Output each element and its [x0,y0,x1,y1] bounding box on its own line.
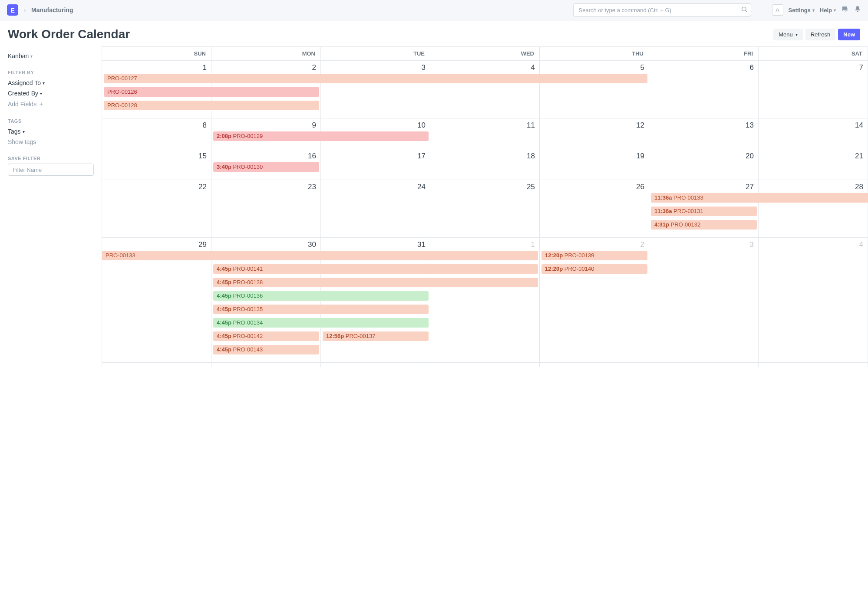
event-time: 4:45p [217,292,233,299]
event-label: PRO-00126 [107,89,137,95]
menu-button[interactable]: Menu [773,29,803,40]
page-header: Work Order Calendar Menu Refresh New [0,20,868,46]
new-button[interactable]: New [838,29,860,40]
day-cell[interactable]: 6 [649,61,759,118]
filter-assigned-to[interactable]: Assigned To▾ [8,78,94,88]
calendar-event[interactable]: PRO-00126 [104,87,319,97]
event-label: PRO-00139 [564,252,594,259]
day-cell[interactable]: 26 [540,180,649,238]
event-label: PRO-00135 [233,306,263,312]
day-cell[interactable]: 15 [102,149,211,180]
bell-icon[interactable] [854,6,861,14]
calendar-event[interactable]: 12:20p PRO-00140 [541,264,647,274]
day-cell[interactable]: 21 [759,149,868,180]
calendar-event[interactable]: 4:45p PRO-00141 [213,264,538,274]
calendar-event[interactable]: 12:20p PRO-00139 [541,251,647,260]
refresh-button[interactable]: Refresh [805,29,836,40]
breadcrumb[interactable]: Manufacturing [31,7,73,13]
save-filter-header: SAVE FILTER [8,156,94,161]
event-time: 12:20p [545,252,564,259]
calendar-event[interactable]: PRO-00127 [104,74,647,83]
day-number: 10 [321,118,430,130]
calendar-event[interactable]: PRO-00133 [102,251,538,260]
day-cell[interactable]: 14 [759,118,868,149]
day-number: 20 [649,149,758,161]
day-cell[interactable]: 20 [649,149,759,180]
day-cell[interactable]: 18 [430,149,540,180]
calendar-event[interactable]: 11:36a PRO-00131 [651,207,757,216]
show-tags[interactable]: Show tags [8,137,94,147]
chevron-down-icon: ▾ [30,54,33,59]
day-cell[interactable]: 3 [649,238,759,363]
calendar-event[interactable]: 12:56p PRO-00137 [323,331,429,341]
day-cell[interactable]: 19 [540,149,649,180]
calendar-event[interactable]: 4:45p PRO-00143 [213,345,319,354]
day-number: 24 [321,180,430,191]
settings-label: Settings [789,7,811,13]
event-label: PRO-00138 [233,279,263,285]
day-cell[interactable]: 28 [759,180,868,238]
day-number: 6 [649,61,758,72]
day-number: 22 [102,180,211,191]
calendar-event[interactable]: 4:45p PRO-00142 [213,331,319,341]
calendar-event[interactable]: PRO-00128 [104,101,319,110]
day-number: 31 [321,238,430,249]
day-header: TUE [321,47,430,61]
app-logo[interactable]: E [7,4,18,16]
settings-menu[interactable]: Settings ▾ [789,7,815,13]
event-label: PRO-00141 [233,266,263,272]
add-fields[interactable]: Add Fields ＋ [8,98,94,110]
calendar-event[interactable]: 4:31p PRO-00132 [651,220,757,230]
day-cell[interactable]: 4 [430,61,540,118]
day-cell[interactable]: 3 [321,61,430,118]
event-time: 11:36a [654,208,673,214]
chevron-down-icon: ▾ [812,8,815,13]
event-label: PRO-00128 [107,102,137,108]
day-cell[interactable]: 11 [430,118,540,149]
page-title: Work Order Calendar [8,27,130,41]
tags-filter[interactable]: Tags▾ [8,126,94,137]
plus-icon: ＋ [38,100,44,108]
event-label: PRO-00129 [233,133,263,139]
day-number: 2 [211,61,320,72]
day-number: 2 [540,238,649,249]
filter-name-input[interactable] [8,164,94,176]
search-input[interactable] [573,3,751,16]
day-cell[interactable]: 7 [759,61,868,118]
day-cell[interactable]: 8 [102,118,211,149]
day-cell[interactable]: 23 [211,180,321,238]
day-number: 26 [540,180,649,191]
day-cell[interactable]: 17 [321,149,430,180]
day-number: 8 [102,118,211,130]
calendar-event[interactable]: 4:45p PRO-00138 [213,278,538,287]
help-menu[interactable]: Help ▾ [820,7,836,13]
calendar-event[interactable]: 4:45p PRO-00136 [213,291,429,301]
day-header: MON [211,47,321,61]
event-time: 4:45p [217,319,233,326]
calendar-event[interactable]: 2:08p PRO-00129 [213,131,429,141]
filter-created-by[interactable]: Created By▾ [8,88,94,98]
user-avatar[interactable]: A [772,4,783,16]
event-time: 3:40p [217,164,233,170]
day-cell[interactable]: 5 [540,61,649,118]
calendar-event[interactable]: 3:40p PRO-00130 [213,162,319,172]
event-label: PRO-00133 [106,252,135,259]
day-number: 4 [430,61,539,72]
day-cell[interactable]: 12 [540,118,649,149]
event-label: PRO-00130 [233,164,263,170]
chat-icon[interactable] [841,5,849,15]
tags-label: Tags [8,128,21,135]
event-time: 12:56p [326,333,346,339]
day-cell[interactable]: 22 [102,180,211,238]
day-cell[interactable]: 13 [649,118,759,149]
calendar-event[interactable]: 4:45p PRO-00135 [213,305,429,314]
view-switcher[interactable]: Kanban ▾ [8,51,94,61]
calendar-event[interactable]: 4:45p PRO-00134 [213,318,429,328]
day-cell[interactable]: 24 [321,180,430,238]
day-cell[interactable]: 4 [759,238,868,363]
day-cell[interactable]: 25 [430,180,540,238]
day-number: 27 [649,180,758,191]
filter-by-header: FILTER BY [8,70,94,75]
calendar-event[interactable]: 11:36a PRO-00133 [651,193,868,203]
event-time: 4:45p [217,279,233,285]
